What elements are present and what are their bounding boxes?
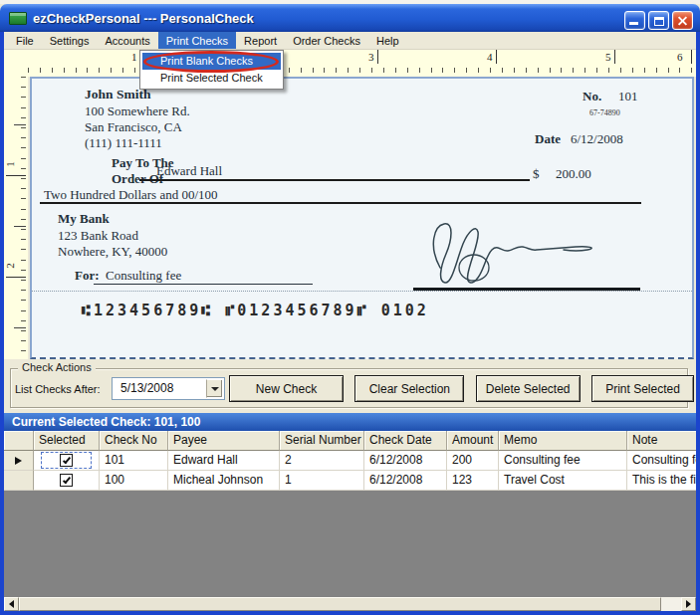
window-border-right	[696, 28, 700, 615]
check-date-cell[interactable]: 6/12/2008	[364, 451, 447, 471]
checkmark-icon	[62, 475, 70, 484]
ruler-number: 1	[4, 161, 16, 167]
menu-item-print-blank-checks[interactable]: Print Blank Checks	[142, 53, 281, 70]
date-value: 6/12/2008	[571, 131, 623, 147]
titlebar-buttons	[624, 11, 693, 30]
menu-item-print-selected-check[interactable]: Print Selected Check	[142, 70, 281, 87]
row-selector-header	[4, 431, 34, 451]
date-filter-combobox[interactable]: 5/13/2008	[112, 377, 225, 400]
check-no-cell[interactable]: 101	[100, 451, 168, 471]
col-selected[interactable]: Selected	[34, 431, 100, 451]
bank-address2: Nowhere, KY, 40000	[58, 244, 167, 260]
new-check-button[interactable]: New Check	[229, 375, 344, 402]
row-checkbox[interactable]	[60, 474, 73, 487]
delete-selected-button[interactable]: Delete Selected	[476, 375, 581, 402]
check-no-label: No.	[583, 89, 601, 104]
clear-selection-button[interactable]: Clear Selection	[354, 375, 464, 402]
payee-cell[interactable]: Edward Hall	[168, 451, 280, 471]
col-memo[interactable]: Memo	[499, 431, 627, 451]
col-payee[interactable]: Payee	[168, 431, 280, 451]
check-actions-title: Check Actions	[18, 361, 96, 373]
scroll-right-button[interactable]	[681, 597, 696, 611]
menu-report[interactable]: Report	[236, 32, 285, 49]
date-filter-dropdown-button[interactable]	[206, 379, 223, 398]
checkmark-icon	[62, 455, 70, 464]
ruler-number: 3	[368, 51, 374, 63]
col-serial-number[interactable]: Serial Number	[280, 431, 364, 451]
payer-address1: 100 Somewhere Rd.	[85, 103, 190, 119]
maximize-button[interactable]	[648, 11, 669, 30]
menu-file[interactable]: File	[8, 32, 42, 49]
bank-fraction: 67-74890	[589, 108, 620, 117]
ruler-number: 2	[4, 263, 16, 269]
app-icon	[9, 12, 27, 25]
scroll-left-button[interactable]	[4, 597, 19, 611]
menu-accounts[interactable]: Accounts	[97, 32, 157, 49]
payer-phone: (111) 111-1111	[85, 135, 162, 151]
close-button[interactable]	[672, 11, 693, 30]
amount-value: 200.00	[556, 166, 591, 182]
check-no-value: 101	[618, 89, 638, 104]
menu-settings[interactable]: Settings	[42, 32, 98, 49]
check-no-cell[interactable]: 100	[100, 471, 168, 491]
note-cell[interactable]: This is the first travel cost p	[627, 471, 696, 491]
empty-grid-background	[4, 491, 696, 597]
payee-value: Edward Hall	[156, 163, 222, 179]
for-underline	[94, 284, 313, 285]
for-label: For:	[75, 268, 100, 284]
col-amount[interactable]: Amount	[447, 431, 499, 451]
window-border-bottom	[0, 611, 700, 615]
list-checks-after-label: List Checks After:	[15, 383, 101, 395]
col-note[interactable]: Note	[627, 431, 696, 451]
bank-name: My Bank	[58, 211, 110, 227]
check-bottom-perforation	[32, 291, 692, 292]
minimize-icon	[629, 22, 638, 25]
minimize-button[interactable]	[624, 11, 645, 30]
print-selected-button[interactable]: Print Selected	[591, 375, 694, 402]
title-bar[interactable]: ezCheckPersonal --- PersonalCheck	[0, 4, 700, 32]
horizontal-ruler: 1 3 4 5 6	[4, 50, 696, 77]
signature-image	[418, 218, 635, 290]
col-check-date[interactable]: Check Date	[364, 431, 447, 451]
payee-cell[interactable]: Micheal Johnson	[168, 471, 280, 491]
serial-cell[interactable]: 2	[280, 451, 364, 471]
col-check-no[interactable]: Check No	[100, 431, 168, 451]
check-preview-panel: John Smith 100 Somewhere Rd. San Francis…	[30, 77, 694, 359]
micr-line: ⑆123456789⑆ ⑈0123456789⑈ 0102	[82, 302, 429, 319]
amount-words: Two Hundred Dollars and 00/100	[44, 187, 218, 203]
row-selector-cell[interactable]	[4, 451, 34, 471]
vertical-ruler: 1 2	[4, 77, 28, 359]
ruler-number: 1	[131, 51, 137, 63]
maximize-icon	[654, 17, 664, 26]
memo-cell[interactable]: Travel Cost	[499, 471, 627, 491]
selected-cell[interactable]	[34, 451, 100, 471]
menu-print-checks[interactable]: Print Checks	[158, 32, 236, 49]
date-label: Date	[535, 131, 561, 147]
scrollbar-thumb[interactable]	[19, 597, 661, 611]
horizontal-scrollbar[interactable]	[4, 597, 696, 611]
row-checkbox[interactable]	[60, 454, 73, 467]
ruler-number: 5	[605, 51, 611, 63]
menu-order-checks[interactable]: Order Checks	[285, 32, 368, 49]
table-row[interactable]: 100 Micheal Johnson 1 6/12/2008 123 Trav…	[4, 471, 696, 491]
selected-cell[interactable]	[34, 471, 100, 491]
check-date-cell[interactable]: 6/12/2008	[364, 471, 447, 491]
current-row-icon	[15, 457, 22, 465]
ruler-number: 6	[677, 51, 683, 63]
date-filter-value: 5/13/2008	[120, 378, 173, 399]
serial-cell[interactable]: 1	[280, 471, 364, 491]
action-buttons: New Check Clear Selection Delete Selecte…	[229, 375, 694, 402]
menu-help[interactable]: Help	[368, 32, 407, 49]
payer-address2: San Francisco, CA	[85, 119, 182, 135]
amount-cell[interactable]: 123	[447, 471, 499, 491]
ruler-number: 4	[487, 51, 493, 63]
right-arrow-icon	[686, 600, 691, 608]
table-row[interactable]: 101 Edward Hall 2 6/12/2008 200 Consulti…	[4, 451, 696, 471]
menu-bar: File Settings Accounts Print Checks Repo…	[4, 32, 696, 50]
amount-cell[interactable]: 200	[447, 451, 499, 471]
checks-table: Selected Check No Payee Serial Number Ch…	[4, 431, 696, 491]
memo-cell[interactable]: Consulting fee	[499, 451, 627, 471]
note-cell[interactable]: Consulting fee for architure	[627, 451, 696, 471]
window-title: ezCheckPersonal --- PersonalCheck	[33, 11, 254, 26]
row-selector-cell[interactable]	[4, 471, 34, 491]
